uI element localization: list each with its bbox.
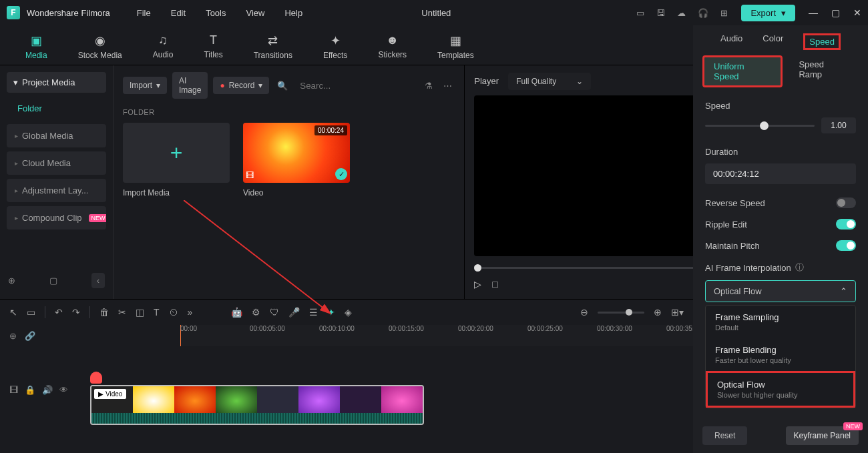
- scrubber-handle[interactable]: [474, 264, 481, 272]
- nav-global-media[interactable]: ▸Global Media: [7, 124, 106, 147]
- chevron-right-icon: ▸: [15, 132, 18, 139]
- props-tab-speed[interactable]: Speed: [803, 33, 841, 50]
- color-wheel-icon[interactable]: ⚙: [252, 307, 260, 318]
- zoom-handle[interactable]: [626, 309, 632, 316]
- chevron-right-icon: ▸: [15, 214, 18, 221]
- new-badge: NEW: [843, 422, 863, 430]
- folder-icon[interactable]: ▢: [49, 276, 57, 286]
- zoom-slider[interactable]: [598, 312, 644, 314]
- nav-compound-clip[interactable]: ▸Compound ClipNEW: [7, 206, 106, 230]
- search-input[interactable]: [296, 77, 417, 95]
- speed-icon[interactable]: ⏲: [169, 307, 178, 318]
- filter-icon[interactable]: ⚗: [422, 78, 435, 93]
- cut-icon[interactable]: ✂: [118, 307, 126, 318]
- list-icon[interactable]: ☰: [309, 307, 318, 318]
- more-icon[interactable]: ⋯: [441, 78, 455, 93]
- headphones-icon[interactable]: 🎧: [698, 8, 708, 18]
- tab-titles[interactable]: TTitles: [198, 31, 228, 65]
- props-tab-color[interactable]: Color: [763, 33, 783, 50]
- text-icon[interactable]: T: [154, 307, 160, 318]
- menu-file[interactable]: File: [137, 8, 151, 18]
- import-media-label: Import Media: [123, 188, 230, 197]
- play-button[interactable]: ▷: [474, 279, 481, 290]
- subtab-uniform-speed[interactable]: Uniform Speed: [702, 55, 783, 87]
- delete-icon[interactable]: 🗑: [99, 307, 109, 318]
- cloud-icon[interactable]: ☁: [677, 8, 686, 18]
- import-media-tile[interactable]: +: [123, 123, 230, 183]
- menu-edit[interactable]: Edit: [171, 8, 186, 18]
- track-visible-icon[interactable]: 👁: [59, 385, 68, 395]
- speed-slider[interactable]: [705, 125, 815, 127]
- quality-dropdown[interactable]: Full Quality⌄: [508, 73, 591, 90]
- layout-icon[interactable]: ▭: [636, 8, 644, 18]
- track-lock-icon[interactable]: 🔒: [25, 385, 35, 395]
- subtab-speed-ramp[interactable]: Speed Ramp: [789, 55, 859, 87]
- duration-input[interactable]: 00:00:24:12: [705, 163, 856, 184]
- mic-icon[interactable]: 🎤: [288, 307, 300, 318]
- apps-icon[interactable]: ⊞: [720, 8, 728, 18]
- record-button[interactable]: ●Record▾: [213, 77, 269, 94]
- track-mute-icon[interactable]: 🔊: [42, 385, 53, 395]
- new-folder-icon[interactable]: ⊕: [8, 276, 15, 286]
- speed-marker[interactable]: [90, 372, 102, 384]
- undo-icon[interactable]: ↶: [55, 307, 63, 318]
- collapse-button[interactable]: ‹: [91, 273, 105, 288]
- tab-effects[interactable]: ✦Effects: [318, 31, 353, 65]
- more-tools-icon[interactable]: »: [188, 307, 193, 318]
- shield-icon[interactable]: 🛡: [270, 307, 279, 318]
- option-frame-blending[interactable]: Frame Blending Faster but lower quality: [706, 338, 855, 371]
- maintain-pitch-label: Maintain Pitch: [705, 241, 760, 251]
- minimize-button[interactable]: —: [809, 7, 818, 18]
- video-tile[interactable]: 00:00:24 🎞 ✓: [243, 123, 350, 183]
- ai-image-button[interactable]: AI Image: [172, 72, 208, 99]
- chevron-right-icon: ▸: [15, 159, 18, 167]
- marker-icon[interactable]: ✦: [327, 307, 335, 318]
- save-icon[interactable]: 🖫: [656, 8, 665, 18]
- reverse-speed-toggle[interactable]: [836, 197, 856, 208]
- export-button[interactable]: Export ▾: [741, 5, 795, 21]
- zoom-out-icon[interactable]: ⊖: [580, 307, 588, 318]
- info-icon[interactable]: ⓘ: [795, 262, 804, 274]
- tab-transitions[interactable]: ⇄Transitions: [248, 31, 298, 65]
- stop-button[interactable]: □: [492, 279, 497, 290]
- tab-templates[interactable]: ▦Templates: [432, 31, 479, 65]
- option-frame-sampling[interactable]: Frame Sampling Default: [706, 306, 855, 338]
- redo-icon[interactable]: ↷: [72, 307, 80, 318]
- link-icon[interactable]: 🔗: [25, 331, 35, 341]
- nav-cloud-media[interactable]: ▸Cloud Media: [7, 151, 106, 175]
- track-video-icon[interactable]: 🎞: [9, 385, 18, 395]
- zoom-in-icon[interactable]: ⊕: [654, 307, 662, 318]
- select-tool-icon[interactable]: ▭: [27, 307, 35, 318]
- ripple-edit-toggle[interactable]: [836, 219, 856, 230]
- crop-icon[interactable]: ◫: [136, 307, 144, 318]
- search-icon[interactable]: 🔍: [274, 78, 290, 93]
- view-options-icon[interactable]: ⊞▾: [671, 307, 684, 318]
- reset-button[interactable]: Reset: [702, 426, 747, 445]
- close-button[interactable]: ✕: [853, 7, 861, 18]
- ai-interp-dropdown[interactable]: Optical Flow⌃: [705, 280, 856, 302]
- keyframe-panel-button[interactable]: Keyframe PanelNEW: [786, 426, 859, 445]
- pointer-tool-icon[interactable]: ↖: [9, 307, 17, 318]
- ai-interp-menu: Frame Sampling Default Frame Blending Fa…: [705, 305, 856, 408]
- tab-media[interactable]: ▣Media: [20, 31, 53, 65]
- option-optical-flow[interactable]: Optical Flow Slower but higher quality: [706, 371, 855, 408]
- tab-stock-media[interactable]: ◉Stock Media: [73, 31, 128, 65]
- menu-tools[interactable]: Tools: [206, 8, 226, 18]
- tab-stickers[interactable]: ☻Stickers: [373, 31, 412, 65]
- folder-tab[interactable]: Folder: [7, 98, 106, 119]
- maintain-pitch-toggle[interactable]: [836, 240, 856, 251]
- speed-handle[interactable]: [760, 121, 769, 130]
- tab-audio[interactable]: ♫Audio: [148, 31, 179, 65]
- ai-avatar-icon[interactable]: 🤖: [231, 307, 242, 318]
- timeline-ruler[interactable]: 00:00 00:00:05:00 00:00:10:00 00:00:15:0…: [180, 325, 693, 346]
- project-media-header[interactable]: ▾Project Media: [7, 72, 106, 93]
- maximize-button[interactable]: ▢: [831, 7, 840, 18]
- audio-icon: ♫: [158, 33, 168, 47]
- import-button[interactable]: Import▾: [123, 77, 167, 94]
- keyframe-icon[interactable]: ◈: [345, 307, 352, 318]
- props-tab-audio[interactable]: Audio: [720, 33, 742, 50]
- track-add-icon[interactable]: ⊕: [9, 331, 17, 341]
- speed-value[interactable]: 1.00: [821, 117, 856, 133]
- nav-adjustment-layer[interactable]: ▸Adjustment Lay...: [7, 179, 106, 202]
- timeline-clip[interactable]: ▶ Video: [90, 385, 424, 425]
